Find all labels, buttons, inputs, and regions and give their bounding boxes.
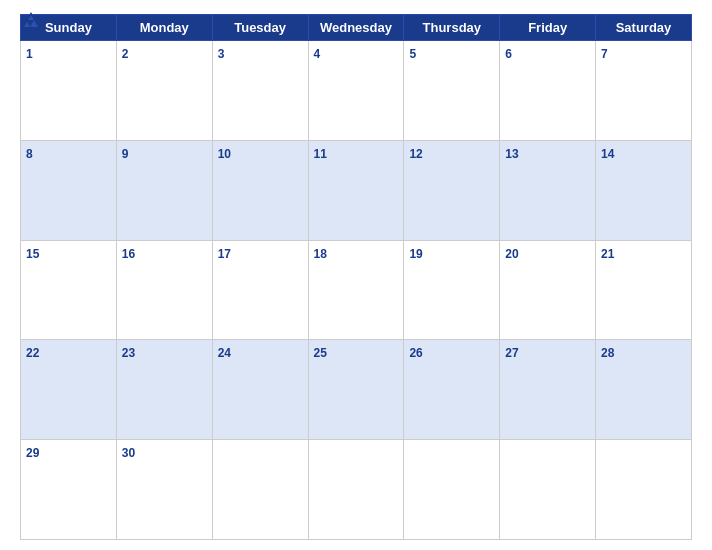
calendar-cell: 14: [596, 140, 692, 240]
date-number: 30: [122, 446, 135, 460]
weekday-header-monday: Monday: [116, 15, 212, 41]
calendar-week-row: 1234567: [21, 41, 692, 141]
calendar-cell: 11: [308, 140, 404, 240]
date-number: 23: [122, 346, 135, 360]
calendar-cell: 13: [500, 140, 596, 240]
calendar-cell: 26: [404, 340, 500, 440]
calendar-week-row: 15161718192021: [21, 240, 692, 340]
weekday-header-friday: Friday: [500, 15, 596, 41]
date-number: 7: [601, 47, 608, 61]
date-number: 28: [601, 346, 614, 360]
calendar-cell: 27: [500, 340, 596, 440]
calendar-cell: [212, 440, 308, 540]
weekday-header-row: SundayMondayTuesdayWednesdayThursdayFrid…: [21, 15, 692, 41]
calendar-week-row: 22232425262728: [21, 340, 692, 440]
logo-icon: [20, 10, 42, 32]
calendar-cell: 23: [116, 340, 212, 440]
calendar-cell: 7: [596, 41, 692, 141]
calendar-cell: 30: [116, 440, 212, 540]
calendar-cell: 9: [116, 140, 212, 240]
calendar-cell: 15: [21, 240, 117, 340]
calendar-cell: 4: [308, 41, 404, 141]
weekday-header-wednesday: Wednesday: [308, 15, 404, 41]
date-number: 16: [122, 247, 135, 261]
date-number: 25: [314, 346, 327, 360]
date-number: 14: [601, 147, 614, 161]
date-number: 8: [26, 147, 33, 161]
date-number: 29: [26, 446, 39, 460]
calendar-cell: 16: [116, 240, 212, 340]
date-number: 24: [218, 346, 231, 360]
calendar-cell: 28: [596, 340, 692, 440]
calendar-cell: 21: [596, 240, 692, 340]
weekday-header-saturday: Saturday: [596, 15, 692, 41]
calendar-cell: [500, 440, 596, 540]
date-number: 19: [409, 247, 422, 261]
date-number: 9: [122, 147, 129, 161]
calendar-cell: 2: [116, 41, 212, 141]
date-number: 2: [122, 47, 129, 61]
date-number: 17: [218, 247, 231, 261]
calendar-cell: [308, 440, 404, 540]
logo: [20, 10, 45, 32]
calendar-week-row: 2930: [21, 440, 692, 540]
date-number: 5: [409, 47, 416, 61]
date-number: 15: [26, 247, 39, 261]
calendar-cell: 29: [21, 440, 117, 540]
date-number: 3: [218, 47, 225, 61]
calendar-cell: 19: [404, 240, 500, 340]
date-number: 21: [601, 247, 614, 261]
calendar-cell: [404, 440, 500, 540]
calendar-cell: 22: [21, 340, 117, 440]
date-number: 12: [409, 147, 422, 161]
calendar-cell: 24: [212, 340, 308, 440]
date-number: 4: [314, 47, 321, 61]
weekday-header-thursday: Thursday: [404, 15, 500, 41]
calendar-cell: 18: [308, 240, 404, 340]
weekday-header-tuesday: Tuesday: [212, 15, 308, 41]
date-number: 26: [409, 346, 422, 360]
calendar-cell: 25: [308, 340, 404, 440]
date-number: 13: [505, 147, 518, 161]
date-number: 6: [505, 47, 512, 61]
calendar-cell: 5: [404, 41, 500, 141]
calendar-cell: 17: [212, 240, 308, 340]
date-number: 18: [314, 247, 327, 261]
calendar-cell: [596, 440, 692, 540]
calendar-cell: 6: [500, 41, 596, 141]
date-number: 11: [314, 147, 327, 161]
date-number: 22: [26, 346, 39, 360]
date-number: 1: [26, 47, 33, 61]
calendar-cell: 12: [404, 140, 500, 240]
calendar-cell: 8: [21, 140, 117, 240]
date-number: 27: [505, 346, 518, 360]
calendar-table: SundayMondayTuesdayWednesdayThursdayFrid…: [20, 14, 692, 540]
calendar-cell: 20: [500, 240, 596, 340]
calendar-cell: 1: [21, 41, 117, 141]
calendar-cell: 3: [212, 41, 308, 141]
date-number: 10: [218, 147, 231, 161]
calendar-week-row: 891011121314: [21, 140, 692, 240]
date-number: 20: [505, 247, 518, 261]
calendar-cell: 10: [212, 140, 308, 240]
